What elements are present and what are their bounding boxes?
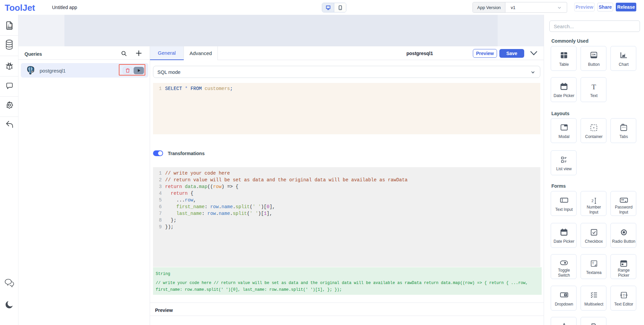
- svg-text:T: T: [592, 261, 594, 265]
- svg-text:{:}: {:}: [7, 24, 12, 27]
- svg-text:T: T: [592, 83, 596, 91]
- svg-text:OK: OK: [592, 53, 596, 56]
- svg-text:**: **: [621, 198, 624, 202]
- svg-text:T: T: [623, 293, 625, 297]
- svg-text:2: 2: [591, 199, 593, 203]
